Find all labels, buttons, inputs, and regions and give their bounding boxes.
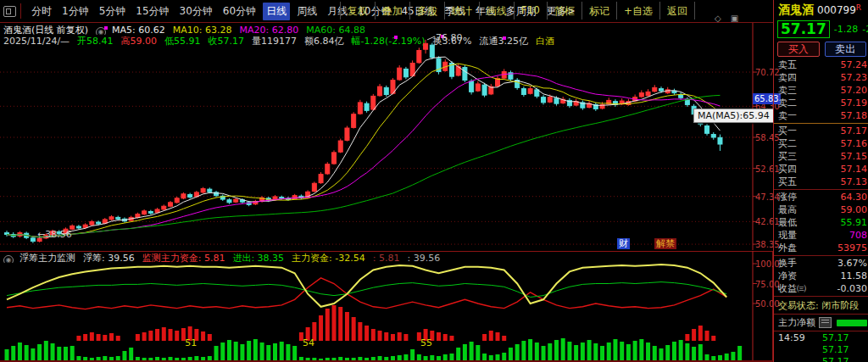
quote-row-label: 外盘 [778,242,797,254]
period-tab-1分钟[interactable]: 1分钟 [58,3,92,20]
quote-row-value: 57.24 [841,58,868,71]
tick-time [778,356,810,362]
quote-row-value: -0.030 [837,282,867,295]
tick-price: 57.17 [822,344,849,356]
toolbar-button-画线[interactable]: 画线 [479,2,514,19]
quote-row-买三[interactable]: 买三57.15 [774,150,868,163]
quote-row-value: 64.30 [841,191,868,203]
toolbar-button-标记[interactable]: 标记 [581,2,616,19]
period-tab-周线[interactable]: 周线 [293,3,320,20]
quote-row-卖一[interactable]: 卖一57.18 [774,109,868,122]
toolbar-button-统计[interactable]: 统计 [444,2,479,19]
quote-row-value: 53975 [837,242,867,254]
quote-row-label: 买二 [778,137,797,150]
pane-control-icons[interactable]: ◇ ▣ [715,14,742,23]
indicator-chart[interactable] [0,251,773,362]
quote-row-value: 11.58 [841,270,868,282]
trade-tick-row: 57.17 [774,356,868,362]
quote-row-value: 708 [849,229,867,242]
quote-row-卖二[interactable]: 卖二57.19 [774,97,868,109]
header-token: : 5.81 [373,253,400,263]
quote-row-买四[interactable]: 买四57.14 [774,163,868,175]
price-change-pct: -2.19% [862,24,868,35]
toolbar-right-buttons: 复权叠加多股统计画线F10简框标记+自选返回 [340,2,695,19]
indicator-collapse-icon[interactable]: ◉ [3,255,14,263]
low-price-label: ←38.56 [37,229,72,240]
period-tab-分时[interactable]: 分时 [28,3,55,20]
quote-row-买五[interactable]: 买五57.13 [774,175,868,188]
high-price-label: 76.80 [436,32,463,43]
toolbar-button-叠加[interactable]: 叠加 [375,2,409,19]
trade-tick-row: 57.17 [774,344,868,356]
header-token: : 39.56 [407,253,440,263]
period-toolbar: 分时1分钟5分钟15分钟30分钟60分钟日线周线月线10分钟45日线季线年线多周… [0,0,773,23]
quote-row-label: 买五 [778,175,797,188]
quote-row-最高: 最高59.00 [774,203,868,216]
quote-row-label: 卖三 [778,84,797,97]
quote-row-label: 收益㈢ [778,282,806,295]
toolbar-button-+自选[interactable]: +自选 [616,2,659,19]
tick-time [778,344,810,356]
period-tab-日线[interactable]: 日线 [263,3,290,20]
quote-row-label: 最高 [778,203,797,216]
candlestick-chart[interactable] [0,23,773,250]
quote-row-value: 57.19 [841,97,868,109]
ma-tooltip: MA(MA5):65.94 [693,109,774,123]
quote-row-value: 57.14 [841,163,868,175]
indicator-header: ◉浮筹主力监测浮筹: 39.56监测主力资金: 5.81进出: 38.35主力资… [3,252,771,263]
quote-title: 酒鬼酒000799R [774,0,868,18]
quote-row-卖四[interactable]: 卖四57.23 [774,71,868,84]
list-icon[interactable] [819,317,832,328]
event-badge-财[interactable]: 财 [617,238,630,249]
quote-row-买一[interactable]: 买一57.17 [774,125,868,137]
toolbar-button-多股[interactable]: 多股 [409,2,444,19]
header-token: 进出: 38.35 [232,253,284,263]
period-tab-60分钟[interactable]: 60分钟 [220,3,259,20]
quote-row-卖三[interactable]: 卖三57.20 [774,84,868,97]
trade-tick-row: 14:5957.17 [774,332,868,344]
quote-row-涨停: 涨停64.30 [774,191,868,203]
quote-row-label: 净资 [778,270,797,282]
toolbar-button-简框[interactable]: 简框 [547,2,581,19]
toolbar-button-F10[interactable]: F10 [514,2,547,19]
quote-row-现量: 现量708 [774,229,868,242]
quote-row-买二[interactable]: 买二57.16 [774,137,868,150]
quote-row-卖五[interactable]: 卖五57.24 [774,58,868,71]
quote-row-外盘: 外盘53975 [774,242,868,254]
period-tab-30分钟[interactable]: 30分钟 [176,3,216,20]
quote-row-label: 最低 [778,216,797,229]
header-token: 主力资金: -32.54 [292,253,365,263]
quote-row-value: 57.15 [841,150,868,163]
quote-row-label: 现量 [778,229,797,242]
stock-name: 酒鬼酒 [778,3,814,16]
period-tab-5分钟[interactable]: 5分钟 [96,3,130,20]
header-token: 浮筹: 39.56 [83,253,135,263]
quote-row-label: 涨停 [778,191,797,203]
price-change: -1.28 [834,24,858,35]
tick-price: 57.17 [822,356,849,362]
quote-row-label: 卖五 [778,58,797,71]
toolbar-button-复权[interactable]: 复权 [340,2,375,19]
quote-row-净资: 净资11.58 [774,270,868,282]
sell-button[interactable]: 卖出 [825,42,867,57]
event-badge-解禁[interactable]: 解禁 [654,238,676,249]
quote-row-value: 57.16 [841,137,868,150]
header-token: 浮筹主力监测 [19,253,75,263]
window-layout-icon[interactable] [3,6,16,17]
quote-row-value: 3.67% [837,257,867,270]
buy-button[interactable]: 买入 [777,42,820,57]
margin-flag: R [856,3,861,12]
toolbar-button-返回[interactable]: 返回 [659,2,695,19]
indicator-x-label: 55 [420,337,432,348]
quote-row-label: 卖二 [778,97,797,109]
quote-panel: 酒鬼酒000799R 57.17 -1.28 -2.19% 买入 卖出 卖五57… [773,0,868,362]
quote-row-value: 57.18 [841,109,868,122]
period-tab-15分钟[interactable]: 15分钟 [132,3,172,20]
quote-body: 卖五57.24卖四57.23卖三57.20卖二57.19卖一57.18买一57.… [774,58,868,362]
toolbar-divider [20,3,21,19]
quote-row-换手: 换手3.67% [774,257,868,270]
header-token: 监测主力资金: 5.81 [142,253,225,263]
indicator-x-label: 54 [303,337,314,348]
main-net-bar [837,320,867,326]
tick-time: 14:59 [778,332,810,344]
